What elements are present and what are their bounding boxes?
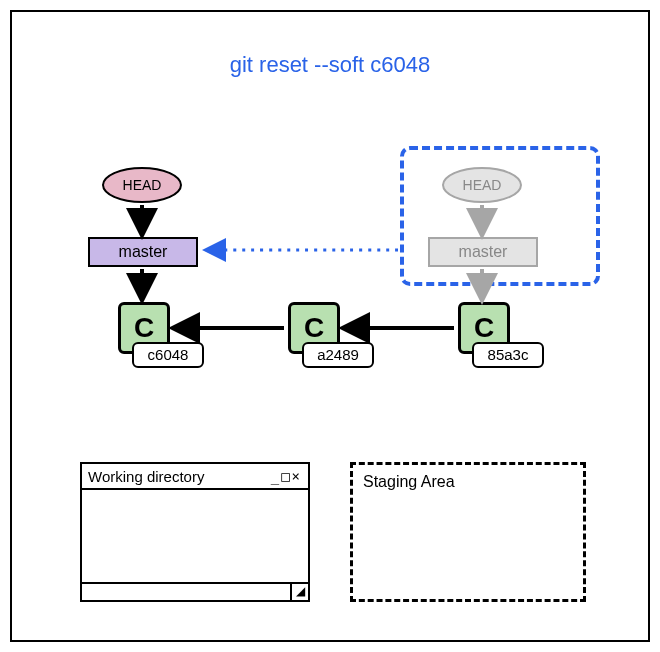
window-title: Working directory bbox=[88, 468, 204, 485]
working-directory-window: Working directory _□× ◢ bbox=[80, 462, 310, 602]
staging-area-box: Staging Area bbox=[350, 462, 586, 602]
window-statusbar: ◢ bbox=[82, 582, 308, 600]
window-controls-icon: _□× bbox=[271, 468, 302, 484]
diagram-frame: git reset --soft c6048 HEAD master HEAD … bbox=[10, 10, 650, 642]
staging-area-label: Staging Area bbox=[363, 473, 455, 490]
window-titlebar: Working directory _□× bbox=[82, 464, 308, 490]
resize-grip-icon: ◢ bbox=[290, 584, 308, 600]
